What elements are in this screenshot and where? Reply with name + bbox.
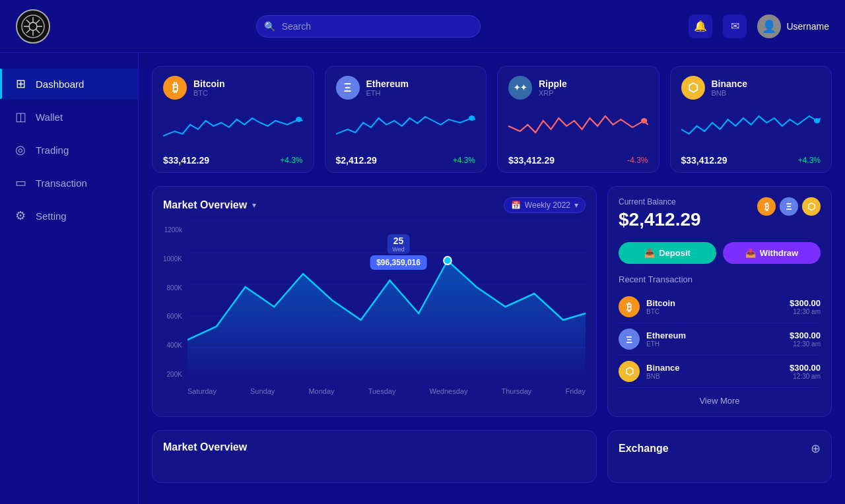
dashboard-icon: ⊞ — [13, 77, 28, 91]
bnb-symbol: BNB — [712, 89, 747, 97]
bnb-icon: ⬡ — [681, 76, 705, 100]
sidebar-item-wallet[interactable]: ◫ Wallet — [0, 102, 138, 132]
sidebar-item-setting[interactable]: ⚙ Setting — [0, 201, 138, 231]
sidebar-item-label-dashboard: Dashboard — [36, 79, 84, 90]
xrp-name: Ripple — [539, 79, 567, 89]
chart-tooltip: 25 Wed $96,359,016 — [370, 234, 427, 270]
main-layout: ⊞ Dashboard ◫ Wallet ◎ Trading ▭ Transac… — [0, 53, 845, 504]
btc-price: $33,412.29 — [163, 155, 209, 166]
tx-btc-icon: ₿ — [619, 296, 640, 317]
weekly-period-button[interactable]: 📅 Weekly 2022 ▾ — [504, 197, 586, 213]
search-input[interactable] — [256, 15, 481, 38]
xrp-price: $33,412.29 — [508, 155, 555, 166]
sidebar-item-label-transaction: Transaction — [36, 177, 87, 189]
withdraw-icon: 📤 — [745, 248, 756, 258]
trading-icon: ◎ — [13, 142, 28, 157]
avatar: 👤 — [757, 15, 781, 38]
bnb-price: $33,412.29 — [681, 155, 727, 166]
bnb-header: ⬡ Binance BNB — [681, 76, 821, 100]
market-card-header: Market Overview ▾ 📅 Weekly 2022 ▾ — [163, 197, 586, 213]
bnb-change: +4.3% — [798, 156, 821, 165]
exchange-expand-icon[interactable]: ⊕ — [811, 441, 821, 456]
bnb-balance-icon[interactable]: ⬡ — [802, 197, 821, 216]
tx-left-btc: ₿ Bitcoin BTC — [619, 296, 675, 317]
svg-point-10 — [296, 117, 302, 122]
xrp-symbol: XRP — [539, 89, 567, 97]
xrp-icon: ✦✦ — [508, 76, 532, 100]
tx-right-bnb: $300.00 12:30 am — [790, 363, 821, 380]
second-market-title: Market Overview — [163, 441, 586, 453]
nav-actions: 🔔 ✉ 👤 Username — [689, 15, 829, 38]
exchange-header: Exchange ⊕ — [619, 441, 821, 456]
svg-point-12 — [641, 118, 647, 123]
balance-top-row: Current Balance $2,412.29 ₿ Ξ ⬡ — [619, 197, 821, 239]
chart-area: 25 Wed $96,359,016 — [187, 221, 586, 379]
tx-btc-amount: $300.00 — [790, 298, 821, 308]
tx-eth-name: Ethereum — [646, 331, 686, 340]
tx-eth-time: 12:30 am — [790, 340, 821, 348]
bnb-footer: $33,412.29 +4.3% — [681, 155, 821, 166]
tx-btc-symbol: BTC — [646, 308, 675, 315]
setting-icon: ⚙ — [13, 208, 28, 223]
crypto-card-eth: Ξ Ethereum ETH $2,412.29 +4.3% — [325, 66, 487, 173]
second-market-card: Market Overview — [152, 430, 597, 483]
deposit-icon: 📥 — [644, 248, 655, 258]
eth-header: Ξ Ethereum ETH — [336, 76, 476, 100]
bnb-name: Binance — [712, 79, 747, 89]
transaction-item-btc: ₿ Bitcoin BTC $300.00 12:30 am — [619, 291, 821, 323]
btc-header: ₿ Bitcoin BTC — [163, 76, 303, 100]
tx-right-eth: $300.00 12:30 am — [790, 331, 821, 348]
tx-left-bnb: ⬡ Binance BNB — [619, 361, 680, 382]
xrp-header: ✦✦ Ripple XRP — [508, 76, 648, 100]
notification-button[interactable]: 🔔 — [689, 15, 712, 38]
svg-point-13 — [813, 118, 819, 123]
sidebar-item-transaction[interactable]: ▭ Transaction — [0, 168, 138, 198]
search-icon: 🔍 — [264, 21, 275, 32]
tx-bnb-name: Binance — [646, 363, 680, 373]
sidebar-item-dashboard[interactable]: ⊞ Dashboard — [0, 69, 138, 99]
second-row: Market Overview Exchange ⊕ — [152, 430, 832, 483]
tx-left-eth: Ξ Ethereum ETH — [619, 329, 686, 350]
chart-y-labels: 1200k 1000K 800K 600K 400K 200K — [163, 221, 187, 399]
btc-icon: ₿ — [163, 76, 187, 100]
market-title: Market Overview ▾ — [163, 199, 256, 211]
tx-right-btc: $300.00 12:30 am — [790, 298, 821, 315]
sidebar-item-label-setting: Setting — [36, 210, 67, 222]
wallet-icon: ◫ — [13, 110, 28, 124]
xrp-footer: $33,412.29 -4.3% — [508, 155, 648, 166]
tx-eth-icon: Ξ — [619, 329, 640, 350]
transaction-item-bnb: ⬡ Binance BNB $300.00 12:30 am — [619, 356, 821, 388]
btc-name: Bitcoin — [193, 79, 224, 89]
crypto-card-btc: ₿ Bitcoin BTC $33,412.29 +4.3% — [152, 66, 314, 173]
market-title-dropdown[interactable]: ▾ — [252, 201, 256, 210]
eth-name: Ethereum — [366, 79, 409, 89]
message-button[interactable]: ✉ — [723, 15, 747, 38]
tx-eth-symbol: ETH — [646, 340, 686, 348]
chart-x-labels: Saturday Sunday Monday Tuesday Wednesday… — [187, 385, 586, 395]
tx-bnb-amount: $300.00 — [790, 363, 821, 373]
deposit-button[interactable]: 📥 Deposit — [619, 242, 716, 264]
withdraw-button[interactable]: 📤 Withdraw — [723, 242, 821, 264]
tooltip-value: $96,359,016 — [370, 255, 427, 270]
eth-price: $2,412.29 — [336, 155, 377, 166]
search-bar: 🔍 — [256, 15, 481, 38]
svg-point-11 — [468, 115, 474, 121]
balance-card: Current Balance $2,412.29 ₿ Ξ ⬡ 📥 Deposi… — [607, 186, 832, 417]
exchange-card: Exchange ⊕ — [607, 430, 832, 483]
sidebar: ⊞ Dashboard ◫ Wallet ◎ Trading ▭ Transac… — [0, 53, 139, 504]
app-logo — [16, 9, 50, 44]
sidebar-item-label-trading: Trading — [36, 144, 69, 156]
sidebar-item-trading[interactable]: ◎ Trading — [0, 135, 138, 165]
btc-symbol: BTC — [193, 89, 224, 97]
view-more-button[interactable]: View More — [619, 396, 821, 406]
crypto-cards-row: ₿ Bitcoin BTC $33,412.29 +4.3% — [152, 66, 832, 173]
eth-footer: $2,412.29 +4.3% — [336, 155, 476, 166]
btc-balance-icon[interactable]: ₿ — [757, 197, 776, 216]
bottom-section: Market Overview ▾ 📅 Weekly 2022 ▾ 1200k … — [152, 186, 832, 417]
content-area: ₿ Bitcoin BTC $33,412.29 +4.3% — [139, 53, 845, 504]
eth-icon: Ξ — [336, 76, 360, 100]
transaction-item-eth: Ξ Ethereum ETH $300.00 12:30 am — [619, 323, 821, 356]
user-profile[interactable]: 👤 Username — [757, 15, 829, 38]
eth-balance-icon[interactable]: Ξ — [780, 197, 798, 216]
tx-bnb-time: 12:30 am — [790, 373, 821, 380]
